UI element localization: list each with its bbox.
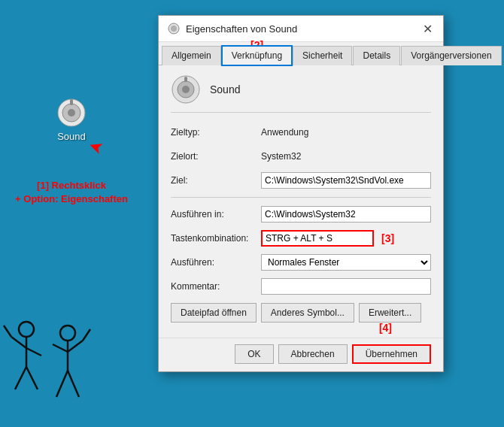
svg-line-16 xyxy=(15,367,26,389)
btn-uebernehmen[interactable]: Übernehmen xyxy=(352,344,431,364)
value-zieltyp: Anwendung xyxy=(261,127,431,138)
svg-rect-31 xyxy=(184,77,187,82)
tab-details[interactable]: Details xyxy=(353,46,400,65)
svg-line-22 xyxy=(68,341,83,352)
separator-1 xyxy=(171,197,431,198)
dialog-icon-small xyxy=(168,23,180,35)
input-kommentar[interactable] xyxy=(261,278,431,295)
btn-erweitert[interactable]: Erweitert... xyxy=(359,303,421,323)
btn-ok[interactable]: OK xyxy=(235,344,273,364)
svg-line-21 xyxy=(53,344,68,352)
tabs-row: Allgemein Verknüpfung Sicherheit Details… xyxy=(159,42,443,65)
app-header: Sound xyxy=(171,74,431,113)
dialog-title: Eigenschaften von Sound xyxy=(186,23,297,35)
label-zielort: Zielort: xyxy=(171,151,261,162)
label-ausfuehren-in: Ausführen in: xyxy=(171,209,261,220)
svg-point-2 xyxy=(68,109,75,117)
close-button[interactable]: ✕ xyxy=(421,22,434,35)
app-icon xyxy=(171,74,201,104)
action-buttons: Dateipfad öffnen Anderes Symbol... Erwei… xyxy=(171,303,431,323)
svg-line-18 xyxy=(4,326,11,337)
tab-vorgaenger[interactable]: Vorgängerversionen xyxy=(401,46,501,65)
btn-anderes-symbol[interactable]: Anderes Symbol... xyxy=(261,303,354,323)
label-zieltyp: Zieltyp: xyxy=(171,127,261,138)
svg-point-19 xyxy=(60,326,75,341)
btn-abbrechen[interactable]: Abbrechen xyxy=(278,344,348,364)
sound-icon xyxy=(56,98,87,128)
svg-line-15 xyxy=(26,348,41,356)
annotation-4: [4] xyxy=(379,322,392,334)
desktop-icon-sound[interactable]: Sound xyxy=(56,98,87,142)
dialog-content: Sound Zieltyp: Anwendung Zielort: System… xyxy=(159,65,443,338)
field-ausfuehren: Ausführen: Normales Fenster xyxy=(171,253,431,271)
btn-dateipfad[interactable]: Dateipfad öffnen xyxy=(171,303,257,323)
dialog-footer: [4] OK Abbrechen Übernehmen xyxy=(159,338,443,371)
field-zielort: Zielort: System32 xyxy=(171,147,431,165)
field-kommentar: Kommentar: xyxy=(171,277,431,295)
svg-line-24 xyxy=(56,371,68,397)
svg-rect-3 xyxy=(70,99,73,105)
svg-line-17 xyxy=(26,367,38,389)
field-tastenkombination: Tastenkombination: [3] xyxy=(171,229,431,247)
dialog-titlebar: Eigenschaften von Sound ✕ xyxy=(159,16,443,42)
desktop-icon-label: Sound xyxy=(57,131,86,142)
annotation-rechtsklick: [1] Rechtsklick + Option: Eigenschaften xyxy=(8,179,135,206)
arrow-to-icon: ➤ xyxy=(86,138,104,159)
field-ausfuehren-in: Ausführen in: xyxy=(171,205,431,223)
svg-line-14 xyxy=(11,337,26,348)
tab-verknuepfung[interactable]: Verknüpfung xyxy=(222,46,292,65)
tab-sicherheit[interactable]: Sicherheit xyxy=(293,46,352,65)
label-ziel: Ziel: xyxy=(171,175,261,186)
svg-line-25 xyxy=(68,371,79,397)
input-tastenkombination[interactable] xyxy=(261,230,374,247)
svg-point-30 xyxy=(182,86,190,93)
value-zielort: System32 xyxy=(261,151,431,162)
tabs-container: Allgemein Verknüpfung Sicherheit Details… xyxy=(159,42,443,65)
select-ausfuehren[interactable]: Normales Fenster xyxy=(261,254,431,271)
field-zieltyp: Zieltyp: Anwendung xyxy=(171,123,431,141)
titlebar-left: Eigenschaften von Sound xyxy=(168,23,297,35)
tab-allgemein[interactable]: Allgemein xyxy=(162,46,221,65)
app-name: Sound xyxy=(210,83,240,95)
stick-figures-left xyxy=(0,314,98,412)
properties-dialog: Eigenschaften von Sound ✕ Allgemein Verk… xyxy=(158,15,444,372)
svg-line-23 xyxy=(83,329,90,341)
label-tastenkombination: Tastenkombination: xyxy=(171,233,261,244)
input-ausfuehren-in[interactable] xyxy=(261,206,431,223)
svg-point-12 xyxy=(19,322,34,337)
field-ziel: Ziel: xyxy=(171,171,431,189)
input-ziel[interactable] xyxy=(261,172,431,189)
svg-point-27 xyxy=(171,26,177,32)
annotation-3: [3] xyxy=(381,232,394,244)
label-kommentar: Kommentar: xyxy=(171,281,261,292)
label-ausfuehren: Ausführen: xyxy=(171,257,261,268)
